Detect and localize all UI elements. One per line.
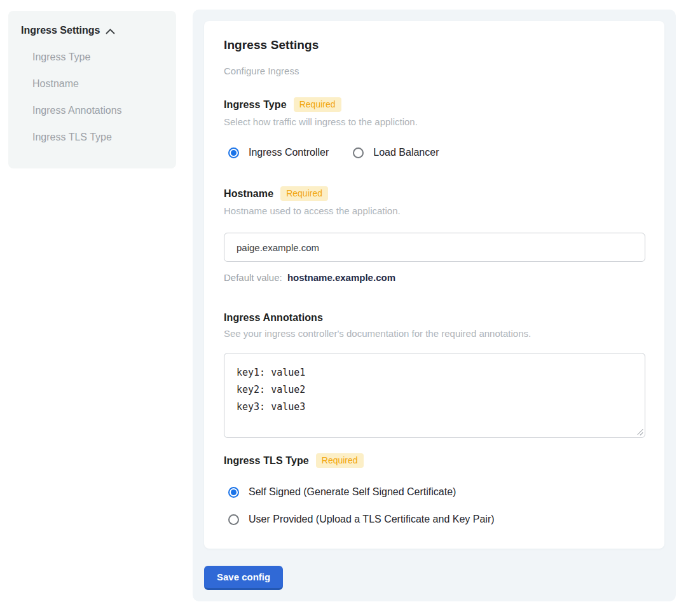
radio-unselected-icon[interactable]: [353, 147, 364, 158]
radio-option-label: Self Signed (Generate Self Signed Certif…: [249, 486, 456, 498]
radio-option-ingress-controller[interactable]: Ingress Controller: [228, 147, 329, 158]
page-subtitle: Configure Ingress: [224, 65, 645, 76]
radio-selected-icon[interactable]: [228, 487, 239, 498]
radio-option-load-balancer[interactable]: Load Balancer: [353, 147, 439, 158]
required-badge: Required: [316, 453, 364, 468]
ingress-tls-type-label: Ingress TLS Type: [224, 455, 309, 467]
sidebar-item-list: Ingress Type Hostname Ingress Annotation…: [21, 51, 163, 143]
chevron-up-icon: [106, 29, 115, 34]
sidebar-item-hostname[interactable]: Hostname: [21, 78, 163, 90]
radio-option-user-provided[interactable]: User Provided (Upload a TLS Certificate …: [228, 514, 645, 525]
settings-sidebar: Ingress Settings Ingress Type Hostname I…: [8, 11, 176, 168]
radio-option-self-signed[interactable]: Self Signed (Generate Self Signed Certif…: [228, 486, 645, 498]
ingress-tls-type-section: Ingress TLS Type Required Self Signed (G…: [224, 453, 645, 525]
ingress-settings-card: Ingress Settings Configure Ingress Ingre…: [204, 21, 664, 549]
ingress-type-label: Ingress Type: [224, 99, 287, 111]
sidebar-section-title: Ingress Settings: [21, 25, 100, 36]
ingress-annotations-label: Ingress Annotations: [224, 312, 323, 324]
sidebar-item-ingress-type[interactable]: Ingress Type: [21, 51, 163, 63]
radio-option-label: Ingress Controller: [249, 147, 329, 158]
required-badge: Required: [294, 97, 341, 112]
save-config-button[interactable]: Save config: [204, 566, 283, 590]
hostname-section: Hostname Required Hostname used to acces…: [224, 186, 645, 283]
required-badge: Required: [280, 186, 328, 201]
resize-handle-icon[interactable]: [636, 428, 643, 435]
sidebar-item-ingress-tls-type[interactable]: Ingress TLS Type: [21, 131, 163, 143]
ingress-type-section: Ingress Type Required Select how traffic…: [224, 97, 645, 158]
radio-unselected-icon[interactable]: [228, 514, 239, 525]
hostname-default-line: Default value: hostname.example.com: [224, 272, 645, 283]
ingress-annotations-description: See your ingress controller's documentat…: [224, 328, 645, 339]
ingress-tls-radio-group: Self Signed (Generate Self Signed Certif…: [228, 486, 645, 525]
hostname-label: Hostname: [224, 188, 273, 200]
sidebar-section-toggle[interactable]: Ingress Settings: [21, 25, 163, 36]
radio-option-label: User Provided (Upload a TLS Certificate …: [249, 514, 495, 525]
page-title: Ingress Settings: [224, 38, 645, 52]
radio-selected-icon[interactable]: [228, 147, 239, 158]
hostname-description: Hostname used to access the application.: [224, 205, 645, 216]
default-value-text: hostname.example.com: [287, 272, 395, 283]
ingress-annotations-textarea[interactable]: key1: value1 key2: value2 key3: value3: [224, 353, 645, 438]
ingress-type-radio-group: Ingress Controller Load Balancer: [228, 147, 645, 158]
ingress-type-description: Select how traffic will ingress to the a…: [224, 116, 645, 127]
ingress-annotations-section: Ingress Annotations See your ingress con…: [224, 312, 645, 438]
sidebar-item-ingress-annotations[interactable]: Ingress Annotations: [21, 104, 163, 116]
radio-option-label: Load Balancer: [373, 147, 439, 158]
ingress-settings-panel: Ingress Settings Configure Ingress Ingre…: [193, 10, 676, 601]
default-value-prefix: Default value:: [224, 272, 282, 283]
hostname-input[interactable]: [224, 233, 645, 262]
